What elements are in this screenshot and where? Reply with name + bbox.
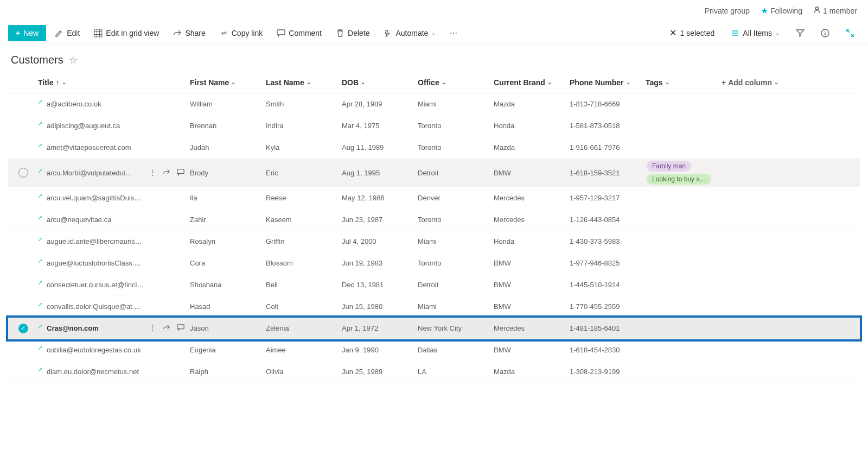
phone-cell: 1-481-185-6401: [570, 324, 646, 332]
last-cell: Colt: [266, 302, 342, 311]
chevron-down-icon: ⌄: [665, 79, 669, 85]
dob-cell: May 12, 1986: [342, 194, 418, 202]
col-title[interactable]: Title ↑ ⌄: [38, 78, 190, 87]
title-cell: arcu.Morbi@vulputatedui…: [47, 169, 132, 177]
title-cell: diam.eu.dolor@necmetus.net: [47, 368, 139, 376]
close-icon: ✕: [669, 28, 676, 38]
row-more-icon[interactable]: ⋮: [149, 168, 156, 178]
share-button[interactable]: Share: [168, 26, 210, 41]
title-cell: augue@luctuslobortisClass.co.uk: [47, 259, 144, 267]
phone-cell: 1-977-946-8825: [570, 259, 646, 267]
hyperlink-icon: ⤢: [38, 366, 42, 372]
edit-grid-button[interactable]: Edit in grid view: [88, 26, 164, 41]
col-dob[interactable]: DOB ⌄: [342, 78, 418, 87]
plus-icon: +: [16, 29, 20, 37]
table-row[interactable]: ⤢arcu.Morbi@vulputatedui…⋮BrodyEricAug 1…: [8, 159, 860, 187]
title-cell: cubilia@eudoloregestas.co.uk: [47, 346, 141, 354]
table-row[interactable]: ⤢arcu.vel.quam@sagittisDuisgravida.comIl…: [8, 187, 860, 209]
clear-selection-button[interactable]: ✕1 selected: [664, 24, 720, 41]
list-icon: [731, 29, 739, 37]
dob-cell: Jun 23, 1987: [342, 216, 418, 224]
table-row[interactable]: ⤢amet@vitaeposuereat.comJudahKylaAug 11,…: [8, 137, 860, 159]
chevron-down-icon: ⌄: [62, 79, 66, 85]
col-office[interactable]: Office ⌄: [418, 78, 494, 87]
first-cell: Ralph: [190, 368, 266, 376]
first-cell: Eugenia: [190, 346, 266, 354]
table-row[interactable]: ⤢consectetuer.cursus.et@tinciduntDonec.c…: [8, 274, 860, 296]
following-link[interactable]: ★ Following: [761, 5, 802, 16]
members-link[interactable]: 1 member: [813, 6, 857, 15]
last-cell: Indira: [266, 122, 342, 130]
expand-button[interactable]: [840, 26, 860, 41]
hyperlink-icon: ⤢: [38, 142, 42, 148]
last-cell: Blossom: [266, 259, 342, 267]
title-cell: arcu@nequevitae.ca: [47, 216, 111, 224]
grid-icon: [94, 29, 103, 37]
hyperlink-icon: ⤢: [38, 193, 42, 199]
last-cell: Griffin: [266, 237, 342, 245]
brand-cell: BMW: [494, 169, 570, 177]
title-cell: arcu.vel.quam@sagittisDuisgravida.com: [47, 194, 144, 202]
first-cell: Cora: [190, 259, 266, 267]
phone-cell: 1-618-159-3521: [570, 169, 646, 177]
expand-icon: [846, 29, 854, 37]
col-tags[interactable]: Tags ⌄: [646, 78, 722, 87]
table-row[interactable]: ⤢a@aclibero.co.ukWilliamSmithApr 28, 198…: [8, 93, 860, 115]
view-selector[interactable]: All Items⌄: [725, 26, 785, 41]
filter-button[interactable]: [790, 26, 810, 41]
delete-button[interactable]: Delete: [330, 26, 375, 41]
new-button[interactable]: +New: [8, 25, 46, 41]
office-cell: Toronto: [418, 122, 494, 130]
svg-point-12: [825, 30, 826, 31]
table-row[interactable]: ⤢cubilia@eudoloregestas.co.ukEugeniaAime…: [8, 339, 860, 361]
brand-cell: Mazda: [494, 100, 570, 108]
last-cell: Kaseem: [266, 216, 342, 224]
row-share-icon[interactable]: [163, 168, 170, 178]
favorite-star-icon[interactable]: ☆: [69, 54, 78, 66]
filter-icon: [796, 29, 805, 37]
row-comment-icon[interactable]: [177, 324, 184, 333]
row-checkbox[interactable]: ✓: [18, 324, 28, 333]
first-cell: Brody: [190, 169, 266, 177]
brand-cell: Mercedes: [494, 216, 570, 224]
first-cell: William: [190, 100, 266, 108]
person-icon: [813, 6, 821, 14]
svg-rect-14: [177, 325, 184, 329]
table-row[interactable]: ⤢augue@luctuslobortisClass.co.ukCoraBlos…: [8, 252, 860, 274]
col-lastname[interactable]: Last Name ⌄: [266, 78, 342, 87]
dob-cell: Mar 4, 1975: [342, 122, 418, 130]
table-row[interactable]: ⤢convallis.dolor.Quisque@at.co.ukHasadCo…: [8, 296, 860, 318]
title-cell: augue.id.ante@liberomaurisaliquam.co.uk: [47, 237, 144, 245]
brand-cell: BMW: [494, 281, 570, 289]
row-more-icon[interactable]: ⋮: [149, 324, 156, 333]
last-cell: Smith: [266, 100, 342, 108]
chevron-down-icon: ⌄: [774, 79, 778, 85]
row-checkbox[interactable]: [18, 168, 28, 178]
table-row[interactable]: ⤢augue.id.ante@liberomaurisaliquam.co.uk…: [8, 231, 860, 252]
row-share-icon[interactable]: [163, 324, 170, 333]
brand-cell: Mercedes: [494, 194, 570, 202]
pencil-icon: [55, 29, 63, 37]
add-column-button[interactable]: + Add column ⌄: [722, 78, 860, 87]
table-row[interactable]: ⤢diam.eu.dolor@necmetus.netRalphOliviaJu…: [8, 361, 860, 383]
edit-button[interactable]: Edit: [49, 26, 85, 41]
comment-button[interactable]: Comment: [271, 26, 327, 41]
table-row[interactable]: ✓⤢Cras@non.com⋮JasonZeleniaApr 1, 1972Ne…: [8, 318, 860, 339]
table-row[interactable]: ⤢adipiscing@augueut.caBrennanIndiraMar 4…: [8, 115, 860, 137]
tag-pill: Looking to buy s…: [647, 174, 711, 185]
office-cell: Detroit: [418, 281, 494, 289]
comment-icon: [277, 29, 285, 37]
row-comment-icon[interactable]: [177, 168, 184, 178]
office-cell: Toronto: [418, 143, 494, 151]
automate-button[interactable]: Automate⌄: [378, 26, 441, 41]
hyperlink-icon: ⤢: [38, 168, 42, 174]
info-button[interactable]: [815, 26, 835, 41]
table-row[interactable]: ⤢arcu@nequevitae.caZahirKaseemJun 23, 19…: [8, 209, 860, 231]
office-cell: Miami: [418, 237, 494, 245]
title-cell: amet@vitaeposuereat.com: [47, 143, 131, 151]
col-phone[interactable]: Phone Number ⌄: [570, 78, 646, 87]
col-brand[interactable]: Current Brand ⌄: [494, 78, 570, 87]
copy-link-button[interactable]: Copy link: [214, 26, 269, 41]
col-firstname[interactable]: First Name ⌄: [190, 78, 266, 87]
more-button[interactable]: ⋯: [444, 26, 463, 41]
